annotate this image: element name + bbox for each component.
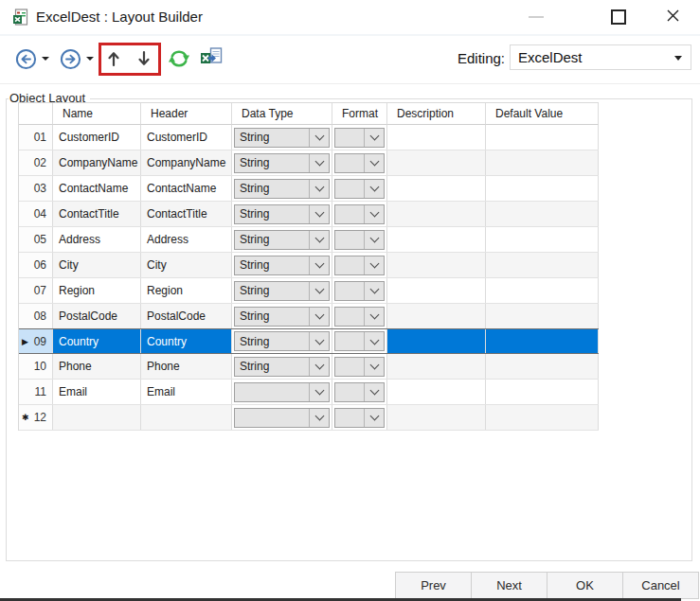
format-dropdown[interactable] <box>334 357 385 377</box>
refresh-button[interactable] <box>169 48 189 73</box>
cell-description[interactable] <box>387 278 486 303</box>
format-dropdown[interactable] <box>334 204 385 224</box>
chevron-down-icon[interactable] <box>364 129 384 147</box>
chevron-down-icon[interactable] <box>309 256 329 274</box>
data-type-dropdown[interactable]: String <box>234 256 330 275</box>
forward-split-caret-icon[interactable] <box>86 57 94 61</box>
chevron-down-icon[interactable] <box>364 332 384 350</box>
cell-description[interactable] <box>387 202 486 226</box>
data-type-dropdown[interactable]: String <box>234 331 330 351</box>
format-dropdown[interactable] <box>334 128 385 148</box>
chevron-down-icon[interactable] <box>309 282 329 300</box>
chevron-down-icon[interactable] <box>309 308 329 326</box>
chevron-down-icon[interactable] <box>309 154 329 172</box>
minimize-button[interactable] <box>529 16 544 18</box>
data-type-dropdown[interactable]: String <box>234 179 330 199</box>
row-header[interactable]: 03 <box>19 176 53 201</box>
chevron-down-icon[interactable] <box>364 308 384 326</box>
cell-name[interactable]: CustomerID <box>53 125 141 150</box>
row-header[interactable]: 08 <box>19 304 53 328</box>
format-dropdown[interactable] <box>334 307 385 327</box>
cell-default-value[interactable] <box>486 202 599 226</box>
cell-description[interactable] <box>387 354 486 379</box>
cell-default-value[interactable] <box>486 125 599 150</box>
cell-description[interactable] <box>387 125 486 150</box>
back-split-caret-icon[interactable] <box>42 57 49 61</box>
data-type-dropdown[interactable]: String <box>234 128 330 148</box>
cell-header[interactable]: PostalCode <box>141 304 232 328</box>
chevron-down-icon[interactable] <box>364 383 384 401</box>
row-header[interactable]: 02 <box>19 150 53 175</box>
row-header[interactable]: 01 <box>19 125 53 150</box>
data-type-dropdown[interactable]: String <box>234 230 330 250</box>
chevron-down-icon[interactable] <box>364 180 384 198</box>
cell-header[interactable]: Region <box>141 278 232 303</box>
row-header[interactable]: 11 <box>19 380 53 404</box>
cell-name[interactable]: ContactName <box>53 176 141 201</box>
chevron-down-icon[interactable] <box>309 231 329 249</box>
cell-description[interactable] <box>387 253 486 277</box>
chevron-down-icon[interactable] <box>309 332 329 350</box>
row-header[interactable]: ✱12 <box>19 405 53 430</box>
cell-default-value[interactable] <box>486 176 599 201</box>
cell-description[interactable] <box>387 405 486 430</box>
data-type-dropdown[interactable]: String <box>234 204 330 224</box>
cell-description[interactable] <box>387 176 486 201</box>
cell-default-value[interactable] <box>486 304 599 328</box>
cell-name[interactable]: CompanyName <box>53 150 141 175</box>
move-down-button[interactable] <box>137 49 151 72</box>
chevron-down-icon[interactable] <box>309 205 329 223</box>
column-header-rowselector[interactable] <box>19 103 53 125</box>
cell-default-value[interactable] <box>486 329 599 353</box>
format-dropdown[interactable] <box>334 281 385 301</box>
data-type-dropdown[interactable] <box>234 382 330 402</box>
cell-description[interactable] <box>387 329 486 353</box>
cancel-button[interactable]: Cancel <box>622 572 699 599</box>
chevron-down-icon[interactable] <box>364 256 384 274</box>
cell-description[interactable] <box>387 150 486 175</box>
prev-button[interactable]: Prev <box>395 572 472 599</box>
row-header[interactable]: 07 <box>19 278 53 303</box>
cell-name[interactable]: Phone <box>53 354 141 379</box>
cell-default-value[interactable] <box>486 380 599 404</box>
chevron-down-icon[interactable] <box>364 154 384 172</box>
cell-default-value[interactable] <box>486 227 599 252</box>
chevron-down-icon[interactable] <box>309 358 329 376</box>
cell-default-value[interactable] <box>486 405 599 430</box>
forward-button[interactable] <box>60 48 81 74</box>
format-dropdown[interactable] <box>334 408 385 428</box>
cell-default-value[interactable] <box>486 278 599 303</box>
maximize-button[interactable] <box>611 9 626 25</box>
close-button[interactable] <box>666 9 680 27</box>
column-header-data-type[interactable]: Data Type <box>232 103 332 125</box>
cell-header[interactable] <box>141 405 232 430</box>
cell-header[interactable]: Email <box>141 380 232 404</box>
next-button[interactable]: Next <box>471 572 547 599</box>
row-header[interactable]: ▶09 <box>19 329 53 353</box>
data-type-dropdown[interactable]: String <box>234 307 330 327</box>
cell-description[interactable] <box>387 304 486 328</box>
chevron-down-icon[interactable] <box>309 129 329 147</box>
chevron-down-icon[interactable] <box>309 180 329 198</box>
chevron-down-icon[interactable] <box>364 282 384 300</box>
column-header-default-value[interactable]: Default Value <box>486 103 599 125</box>
format-dropdown[interactable] <box>334 230 385 250</box>
cell-description[interactable] <box>387 380 486 404</box>
cell-name[interactable]: PostalCode <box>53 304 141 328</box>
cell-default-value[interactable] <box>486 354 599 379</box>
cell-name[interactable]: Email <box>53 380 141 404</box>
cell-name[interactable]: ContactTitle <box>53 202 141 226</box>
ok-button[interactable]: OK <box>547 572 623 599</box>
cell-header[interactable]: Address <box>141 227 232 252</box>
column-header-header[interactable]: Header <box>141 103 232 125</box>
cell-name[interactable]: Region <box>53 278 141 303</box>
cell-header[interactable]: ContactTitle <box>141 202 232 226</box>
column-header-description[interactable]: Description <box>387 103 486 125</box>
chevron-down-icon[interactable] <box>364 205 384 223</box>
chevron-down-icon[interactable] <box>364 231 384 249</box>
cell-default-value[interactable] <box>486 150 599 175</box>
row-header[interactable]: 06 <box>19 253 53 277</box>
data-type-dropdown[interactable]: String <box>234 153 330 173</box>
chevron-down-icon[interactable] <box>364 409 384 427</box>
cell-header[interactable]: Phone <box>141 354 232 379</box>
